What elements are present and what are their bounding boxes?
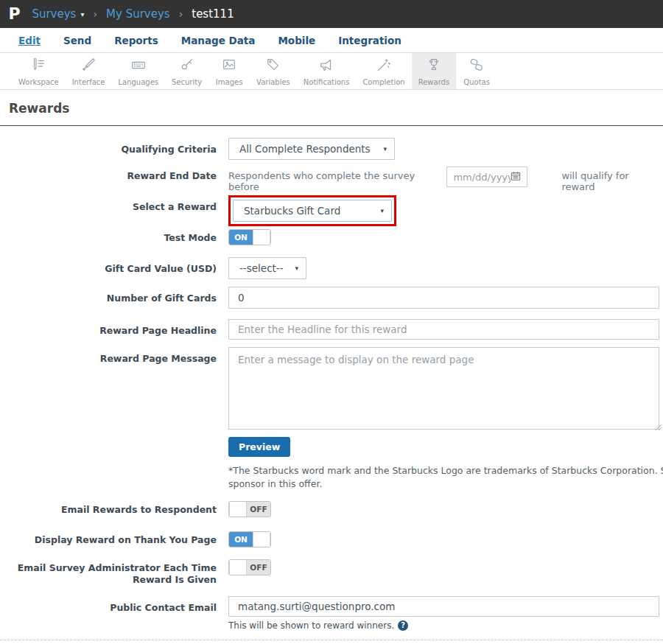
display-reward-toggle[interactable]: ON — [228, 531, 271, 547]
select-reward-select[interactable]: Starbucks Gift Card ▾ — [233, 200, 392, 222]
brush-icon — [80, 57, 97, 76]
tab-edit[interactable]: Edit — [18, 35, 41, 46]
questionpro-logo-icon: P — [9, 5, 21, 23]
test-mode-label: Test Mode — [0, 229, 228, 244]
tab-mobile[interactable]: Mobile — [278, 35, 315, 46]
public-contact-email-input[interactable] — [228, 596, 659, 617]
breadcrumb-my-surveys[interactable]: My Surveys — [106, 7, 170, 21]
help-icon[interactable]: ? — [398, 620, 408, 631]
toolbar-item-quotas[interactable]: Quotas — [456, 53, 497, 89]
chevron-down-icon[interactable]: ▾ — [80, 10, 84, 18]
email-admin-label: Email Survey Administrator Each Time Rew… — [0, 559, 228, 585]
select-reward-highlight: Starbucks Gift Card ▾ — [228, 195, 396, 226]
select-reward-label: Select a Reward — [0, 195, 228, 213]
calendar-icon[interactable] — [511, 170, 521, 184]
reward-page-headline-label: Reward Page Headline — [0, 319, 228, 337]
number-of-gift-cards-input[interactable] — [228, 287, 659, 309]
toggle-knob — [253, 532, 270, 547]
breadcrumb-surveys[interactable]: Surveys — [32, 7, 76, 21]
breadcrumb-separator-icon: › — [93, 8, 97, 20]
page-title: Rewards — [0, 90, 663, 125]
toggle-knob — [229, 560, 247, 575]
reward-page-message-label: Reward Page Message — [0, 347, 228, 365]
chain-icon — [469, 57, 485, 76]
tab-reports[interactable]: Reports — [114, 35, 158, 46]
reward-end-date-input[interactable] — [453, 172, 511, 183]
chevron-down-icon: ▾ — [380, 207, 384, 214]
toolbar-item-images[interactable]: Images — [208, 53, 250, 89]
chevron-down-icon: ▾ — [295, 265, 298, 272]
email-admin-toggle[interactable]: OFF — [228, 559, 271, 575]
toolbar-item-languages[interactable]: Languages — [111, 53, 165, 89]
email-rewards-toggle[interactable]: OFF — [228, 501, 271, 517]
wand-icon — [376, 57, 392, 76]
gift-card-value-label: Gift Card Value (USD) — [0, 257, 228, 275]
toolbar-item-variables[interactable]: Variables — [250, 53, 297, 89]
reward-page-message-textarea[interactable] — [228, 347, 659, 430]
toggle-knob — [229, 502, 247, 517]
qualifying-criteria-label: Qualifying Criteria — [0, 138, 228, 155]
toolbar-item-workspace[interactable]: Workspace — [12, 53, 66, 89]
starbucks-disclaimer: *The Starbucks word mark and the Starbuc… — [228, 464, 663, 491]
rewards-form: Qualifying Criteria All Complete Respond… — [0, 126, 663, 644]
toolbar-item-interface[interactable]: Interface — [66, 53, 112, 89]
preview-button[interactable]: Preview — [228, 437, 290, 457]
image-icon — [221, 57, 237, 76]
app-header: P Surveys ▾ › My Surveys › test111 — [0, 0, 663, 28]
tab-integration[interactable]: Integration — [338, 35, 401, 46]
qualifying-criteria-select[interactable]: All Complete Respondents ▾ — [228, 138, 395, 160]
tab-manage-data[interactable]: Manage Data — [181, 35, 256, 46]
trophy-icon — [426, 57, 442, 76]
toolbar-item-rewards[interactable]: Rewards — [412, 53, 456, 89]
reward-end-date-field — [446, 167, 527, 187]
public-contact-email-label: Public Contact Email — [0, 596, 228, 614]
reward-end-date-prefix: Respondents who complete the survey befo… — [228, 164, 436, 192]
key-icon — [179, 57, 195, 76]
breadcrumb-current-survey: test111 — [192, 7, 234, 21]
toggle-knob — [253, 230, 270, 245]
toolbar-item-security[interactable]: Security — [165, 53, 208, 89]
tag-icon — [265, 57, 281, 76]
footer-divider — [0, 640, 663, 640]
public-email-help-text: This will be shown to reward winners. ? — [228, 620, 659, 631]
edit-subnav-toolbar: Workspace Interface Languages Security I… — [0, 53, 663, 90]
breadcrumb-separator-icon: › — [179, 8, 183, 20]
email-rewards-label: Email Rewards to Respondent — [0, 501, 228, 516]
reward-page-headline-input[interactable] — [228, 319, 659, 340]
pen-list-icon — [30, 57, 46, 76]
display-reward-label: Display Reward on Thank You Page — [0, 531, 228, 546]
tab-send[interactable]: Send — [63, 35, 91, 46]
toolbar-item-notifications[interactable]: Notifications — [297, 53, 357, 89]
gift-card-value-select[interactable]: --select-- ▾ — [228, 257, 306, 279]
megaphone-icon — [318, 57, 334, 76]
test-mode-toggle[interactable]: ON — [228, 229, 271, 245]
keyboard-icon — [130, 57, 147, 76]
main-tab-bar: Edit Send Reports Manage Data Mobile Int… — [0, 28, 663, 53]
reward-end-date-suffix: will qualify for reward — [561, 164, 659, 192]
toolbar-item-completion[interactable]: Completion — [356, 53, 411, 89]
number-of-gift-cards-label: Number of Gift Cards — [0, 287, 228, 304]
reward-end-date-label: Reward End Date — [0, 164, 228, 182]
chevron-down-icon: ▾ — [383, 145, 387, 153]
